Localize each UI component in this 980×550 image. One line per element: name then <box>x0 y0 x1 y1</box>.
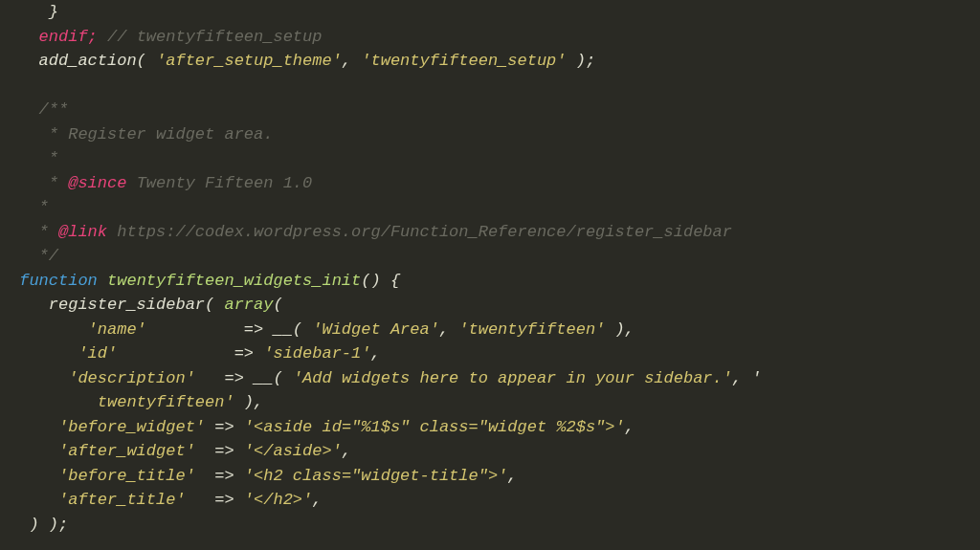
code-text: => <box>186 491 244 509</box>
code-doctag: @link <box>58 223 107 241</box>
code-string: 'twentyfifteen' <box>458 320 605 339</box>
code-comment: // twentyfifteen_setup <box>98 28 323 46</box>
code-fn: register_sidebar( <box>10 296 224 314</box>
code-string: '<aside id="%1$s" class="widget %2$s">' <box>244 418 625 436</box>
code-text: , <box>625 418 635 436</box>
code-string: twentyfifteen' <box>10 393 234 411</box>
code-text: => <box>195 442 244 460</box>
code-line: } <box>10 3 58 21</box>
code-string: 'name' <box>10 320 146 339</box>
code-string: 'after_title' <box>10 491 186 509</box>
code-doctag: @since <box>68 174 126 192</box>
code-comment: * <box>10 174 68 192</box>
code-comment: /** <box>10 100 68 119</box>
code-string: 'before_widget' <box>10 418 205 436</box>
code-fn: __( <box>273 320 312 339</box>
code-comment: * <box>10 198 49 216</box>
code-text: , <box>507 467 517 485</box>
code-string: '</h2>' <box>244 491 312 509</box>
code-text: => <box>195 467 244 485</box>
code-keyword: array <box>224 296 273 314</box>
code-text: , <box>312 491 322 509</box>
code-text: , <box>342 52 361 70</box>
code-comment: https://codex.wordpress.org/Function_Ref… <box>107 223 732 241</box>
code-text: , <box>342 442 351 460</box>
code-comment: * <box>10 149 58 167</box>
code-text: ), <box>605 320 635 339</box>
code-text: () { <box>361 272 400 290</box>
code-comment: * <box>10 223 58 241</box>
code-text: ); <box>567 52 596 70</box>
code-keyword: function <box>10 272 98 290</box>
code-editor[interactable]: } endif; // twentyfifteen_setup add_acti… <box>0 0 980 537</box>
code-text: ( <box>273 296 282 314</box>
code-text: => <box>205 418 244 436</box>
code-text: ), <box>234 393 264 411</box>
code-text: => <box>117 344 263 363</box>
code-string: 'Add widgets here to appear in your side… <box>293 369 732 387</box>
code-keyword: endif; <box>10 28 98 46</box>
code-string: 'sidebar-1' <box>263 344 370 363</box>
code-fn: __( <box>254 369 293 387</box>
code-text: , <box>439 320 458 339</box>
code-string: 'description' <box>10 369 195 387</box>
code-text: , <box>370 344 380 363</box>
code-text: , ' <box>732 369 762 387</box>
code-fn-name: twentyfifteen_widgets_init <box>98 272 361 290</box>
code-string: 'after_setup_theme' <box>156 52 342 70</box>
code-string: 'id' <box>10 344 117 363</box>
code-string: '<h2 class="widget-title">' <box>244 467 507 485</box>
code-comment: * Register widget area. <box>10 125 273 143</box>
code-string: '</aside>' <box>244 442 342 460</box>
code-string: 'twentyfifteen_setup' <box>361 52 566 70</box>
code-text: => <box>195 369 254 387</box>
code-string: 'after_widget' <box>10 442 195 460</box>
code-comment: Twenty Fifteen 1.0 <box>126 174 312 192</box>
code-string: 'Widget Area' <box>312 320 439 339</box>
code-comment: */ <box>10 247 58 265</box>
code-string: 'before_title' <box>10 467 195 485</box>
code-line: ) ); <box>10 516 68 534</box>
code-text: => <box>146 320 274 339</box>
code-fn: add_action( <box>10 52 156 70</box>
